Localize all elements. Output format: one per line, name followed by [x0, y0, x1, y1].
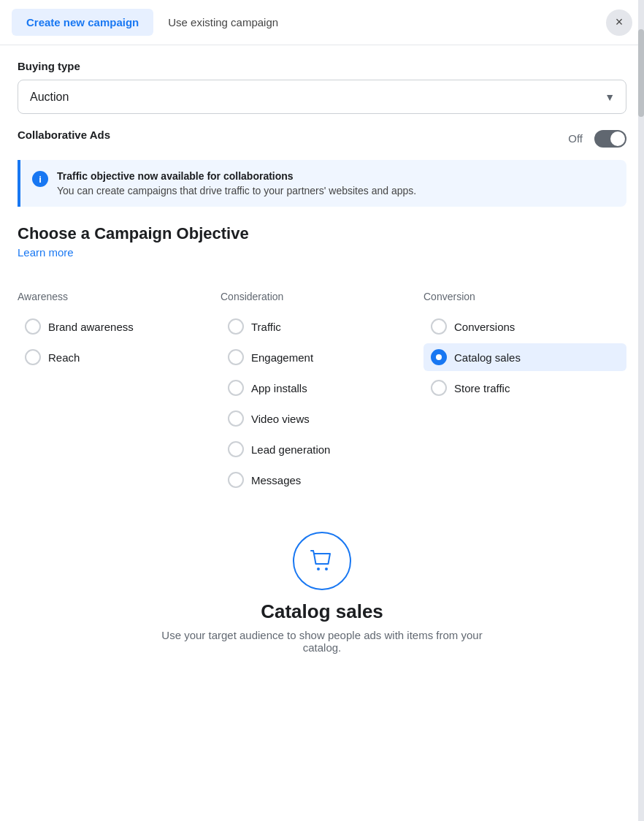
traffic-option[interactable]: Traffic: [221, 313, 423, 340]
reach-label: Reach: [48, 351, 80, 364]
buying-type-select[interactable]: Auction Reach and frequency TRP buying: [18, 80, 626, 114]
toggle-off-label: Off: [568, 132, 583, 145]
catalog-sales-option[interactable]: Catalog sales: [423, 343, 626, 371]
modal-container: Create new campaign Use existing campaig…: [0, 0, 644, 821]
store-traffic-label: Store traffic: [454, 382, 510, 394]
store-traffic-option[interactable]: Store traffic: [423, 374, 626, 402]
engagement-option[interactable]: Engagement: [221, 343, 423, 371]
catalog-sales-radio: [431, 349, 447, 365]
conversion-column: Conversion Conversions Catalog sales Sto…: [423, 291, 626, 497]
svg-point-0: [317, 568, 320, 570]
toggle-container: Off: [568, 130, 626, 148]
messages-label: Messages: [251, 474, 301, 486]
video-views-radio: [228, 410, 244, 427]
buying-type-select-wrapper: Auction Reach and frequency TRP buying ▼: [18, 80, 626, 114]
conversions-radio: [431, 318, 447, 335]
lead-generation-option[interactable]: Lead generation: [221, 435, 423, 463]
reach-option[interactable]: Reach: [18, 343, 221, 371]
info-icon: i: [32, 171, 48, 187]
use-existing-campaign-tab[interactable]: Use existing campaign: [153, 9, 293, 36]
info-title: Traffic objective now available for coll…: [57, 170, 416, 182]
awareness-column: Awareness Brand awareness Reach: [18, 291, 221, 497]
brand-awareness-label: Brand awareness: [48, 321, 134, 333]
catalog-sales-label: Catalog sales: [454, 351, 521, 364]
collaborative-ads-toggle[interactable]: [594, 130, 626, 148]
traffic-label: Traffic: [251, 321, 281, 333]
video-views-option[interactable]: Video views: [221, 405, 423, 432]
conversion-header: Conversion: [423, 291, 626, 302]
modal-header: Create new campaign Use existing campaig…: [0, 0, 644, 45]
consideration-header: Consideration: [221, 291, 423, 302]
video-views-label: Video views: [251, 413, 310, 425]
app-installs-option[interactable]: App installs: [221, 374, 423, 402]
engagement-radio: [228, 349, 244, 365]
preview-icon-circle: [293, 532, 351, 590]
brand-awareness-option[interactable]: Brand awareness: [18, 313, 221, 340]
preview-description: Use your target audience to show people …: [147, 629, 497, 654]
traffic-radio: [228, 318, 244, 335]
conversions-label: Conversions: [454, 321, 515, 333]
preview-section: Catalog sales Use your target audience t…: [18, 520, 626, 671]
close-button[interactable]: ×: [606, 9, 632, 36]
brand-awareness-radio: [25, 318, 41, 335]
engagement-label: Engagement: [251, 351, 313, 364]
preview-title: Catalog sales: [261, 600, 383, 623]
awareness-header: Awareness: [18, 291, 221, 302]
info-box: i Traffic objective now available for co…: [18, 160, 626, 207]
messages-radio: [228, 472, 244, 488]
create-new-campaign-tab[interactable]: Create new campaign: [12, 9, 153, 36]
store-traffic-radio: [431, 380, 447, 396]
buying-type-label: Buying type: [18, 60, 626, 72]
scrollbar[interactable]: [638, 0, 644, 821]
collaborative-ads-row: Collaborative Ads Off: [18, 129, 626, 148]
objectives-heading: Choose a Campaign Objective: [18, 224, 626, 243]
consideration-column: Consideration Traffic Engagement App ins…: [221, 291, 423, 497]
lead-generation-radio: [228, 441, 244, 457]
app-installs-radio: [228, 380, 244, 396]
messages-option[interactable]: Messages: [221, 466, 423, 494]
collaborative-ads-label: Collaborative Ads: [18, 129, 110, 141]
lead-generation-label: Lead generation: [251, 443, 330, 456]
toggle-knob: [610, 131, 625, 146]
modal-body: Buying type Auction Reach and frequency …: [0, 45, 644, 686]
info-text-block: Traffic objective now available for coll…: [57, 170, 416, 196]
svg-point-1: [325, 568, 328, 570]
reach-radio: [25, 349, 41, 365]
conversions-option[interactable]: Conversions: [423, 313, 626, 340]
scrollbar-thumb: [638, 29, 644, 117]
catalog-sales-icon: [309, 548, 335, 574]
app-installs-label: App installs: [251, 382, 307, 394]
objectives-grid: Awareness Brand awareness Reach Consider…: [18, 291, 626, 497]
info-description: You can create campaigns that drive traf…: [57, 185, 416, 196]
learn-more-link[interactable]: Learn more: [18, 246, 74, 259]
